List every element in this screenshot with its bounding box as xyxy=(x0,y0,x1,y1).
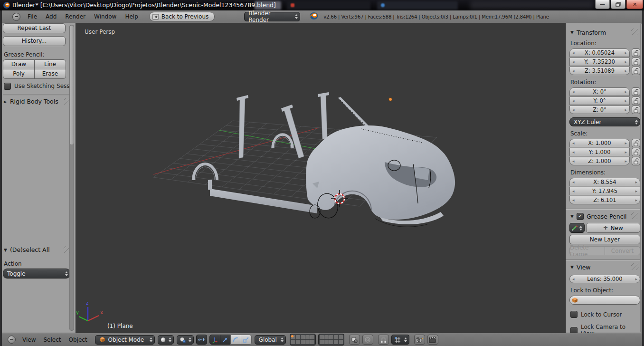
erase-button[interactable]: Erase xyxy=(34,69,66,79)
lock-rotation-y-button[interactable] xyxy=(632,96,640,105)
layer-cell[interactable] xyxy=(339,335,343,339)
lock-location-x-button[interactable] xyxy=(632,48,640,57)
delete-frame-button[interactable]: Delete Frame xyxy=(569,246,605,255)
layer-cell[interactable] xyxy=(334,340,338,344)
pivot-point-select[interactable] xyxy=(177,335,194,345)
menu-window[interactable]: Window xyxy=(90,13,121,20)
layer-cell[interactable] xyxy=(329,335,333,339)
layer-cell[interactable] xyxy=(291,335,295,339)
close-button[interactable]: ✕ xyxy=(626,0,643,9)
action-select[interactable]: Toggle xyxy=(3,269,70,279)
back-to-previous-button[interactable]: Back to Previous xyxy=(149,12,215,21)
rigid-body-tools-header[interactable]: ► Rigid Body Tools xyxy=(4,98,72,106)
car-model[interactable] xyxy=(193,92,455,227)
rotate-manipulator-button[interactable] xyxy=(220,335,231,345)
panel-grip-icon[interactable] xyxy=(631,29,639,35)
transform-orientation-select[interactable]: Global xyxy=(255,335,286,345)
editor-type-menu-icon[interactable] xyxy=(12,13,20,21)
scale-y-field[interactable]: Y: 1.000 xyxy=(569,148,630,156)
opengl-render-animation-button[interactable] xyxy=(427,335,438,345)
transform-panel-header[interactable]: ▼ Transform xyxy=(570,29,639,36)
lock-location-z-button[interactable] xyxy=(632,67,640,75)
location-z-field[interactable]: Z: 3.51089 xyxy=(569,67,630,75)
lock-rotation-x-button[interactable] xyxy=(632,87,640,96)
layer-cell[interactable] xyxy=(324,335,329,339)
tool-shelf-scrollbar[interactable] xyxy=(69,25,74,331)
grease-pencil-new-button[interactable]: ✚ New xyxy=(586,223,640,233)
view-panel-header[interactable]: ▼ View xyxy=(570,263,639,271)
snap-element-select[interactable] xyxy=(391,335,409,345)
layer-cell[interactable] xyxy=(301,335,305,339)
minimize-button[interactable]: — xyxy=(595,0,610,9)
dimensions-x-field[interactable]: X: 8.554 xyxy=(569,178,640,186)
viewport-3d[interactable]: User Persp (1) Plane z x y xyxy=(76,23,565,333)
layer-cell[interactable] xyxy=(324,340,329,344)
dimensions-z-field[interactable]: Z: 6.101 xyxy=(569,196,640,204)
menu-help[interactable]: Help xyxy=(121,13,142,20)
title-bar[interactable]: Blender* [C:\Users\Vitor\Desktop\Diogo\P… xyxy=(0,0,644,10)
scale-manipulator-button[interactable] xyxy=(241,335,252,345)
menu-object[interactable]: Object xyxy=(65,336,91,343)
repeat-last-button[interactable]: Repeat Last xyxy=(3,23,66,33)
menu-render[interactable]: Render xyxy=(61,13,90,20)
layer-cell[interactable] xyxy=(339,340,343,344)
proportional-edit-button[interactable] xyxy=(362,335,373,345)
layer-cell[interactable] xyxy=(320,340,324,344)
history-button[interactable]: History... xyxy=(3,36,66,46)
layer-cell[interactable] xyxy=(296,335,300,339)
layer-cell[interactable] xyxy=(291,340,295,344)
snap-toggle-button[interactable] xyxy=(378,335,389,345)
layer-cell[interactable] xyxy=(320,335,324,339)
layer-cell[interactable] xyxy=(310,335,314,339)
rotation-y-field[interactable]: Y: 0° xyxy=(569,96,630,105)
lock-rotation-z-button[interactable] xyxy=(632,106,640,114)
grease-pencil-checkbox[interactable]: ✓ xyxy=(577,213,584,220)
mode-select[interactable]: Object Mode xyxy=(95,335,155,345)
translate-manipulator-button[interactable] xyxy=(209,335,220,345)
new-layer-button[interactable]: New Layer xyxy=(569,235,640,244)
lock-location-y-button[interactable] xyxy=(632,58,640,66)
lock-to-object-field[interactable] xyxy=(569,296,640,305)
draw-button[interactable]: Draw xyxy=(3,59,35,69)
scrollbar-thumb[interactable] xyxy=(70,26,74,144)
manipulator-toggle-button[interactable] xyxy=(196,335,207,345)
convert-button[interactable]: Convert xyxy=(605,246,640,255)
lock-camera-to-view-checkbox[interactable] xyxy=(570,327,578,333)
deselect-all-header[interactable]: ▼ (De)select All xyxy=(4,246,72,254)
lock-scale-x-button[interactable] xyxy=(632,139,640,147)
grease-pencil-source-select[interactable] xyxy=(569,223,585,233)
layer-cell[interactable] xyxy=(334,335,338,339)
menu-add[interactable]: Add xyxy=(41,13,61,20)
use-sketching-checkbox[interactable] xyxy=(4,83,11,90)
layer-cell[interactable] xyxy=(305,335,310,339)
render-engine-select[interactable]: Blender Render xyxy=(244,12,300,21)
rotate-arc-manipulator-button[interactable] xyxy=(230,335,241,345)
lock-scale-z-button[interactable] xyxy=(632,157,640,165)
layer-cell[interactable] xyxy=(310,340,314,344)
lens-field[interactable]: Lens: 35.000 xyxy=(569,275,640,283)
menu-file[interactable]: File xyxy=(23,13,41,20)
location-x-field[interactable]: X: 0.05024 xyxy=(569,48,630,57)
rotation-z-field[interactable]: Z: 0° xyxy=(569,106,630,114)
layer-cell[interactable] xyxy=(329,340,333,344)
editor-type-menu-icon[interactable] xyxy=(8,336,16,344)
viewport-shading-select[interactable] xyxy=(158,335,174,345)
rotation-mode-select[interactable]: XYZ Euler xyxy=(569,117,640,126)
opengl-render-button[interactable] xyxy=(414,335,425,345)
dimensions-y-field[interactable]: Y: 17.945 xyxy=(569,187,640,195)
origin-point[interactable] xyxy=(389,98,392,101)
restore-button[interactable] xyxy=(611,0,625,9)
lock-to-cursor-checkbox[interactable] xyxy=(570,311,578,318)
location-y-field[interactable]: Y: -7.35230 xyxy=(569,58,630,66)
lock-to-scene-button[interactable] xyxy=(349,335,360,345)
panel-grip-icon[interactable] xyxy=(631,263,639,270)
scale-z-field[interactable]: Z: 1.000 xyxy=(569,157,630,165)
layer-cell[interactable] xyxy=(305,340,310,344)
layer-cell[interactable] xyxy=(296,340,300,344)
layer-cell[interactable] xyxy=(301,340,305,344)
panel-grip-icon[interactable] xyxy=(631,212,639,219)
lock-scale-y-button[interactable] xyxy=(632,148,640,156)
line-button[interactable]: Line xyxy=(34,59,66,69)
menu-view[interactable]: View xyxy=(19,336,39,343)
scale-x-field[interactable]: X: 1.000 xyxy=(569,139,630,147)
